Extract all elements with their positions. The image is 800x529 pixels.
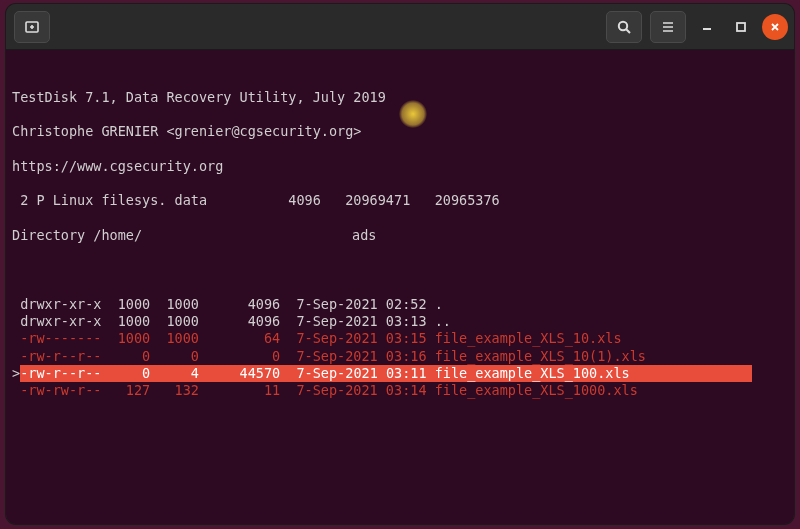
directory-label: Directory /home/	[12, 227, 142, 243]
directory-line: Directory /home/ads	[12, 227, 788, 244]
app-title: TestDisk 7.1, Data Recovery Utility, Jul…	[12, 89, 788, 106]
file-row[interactable]: -rw------- 1000 1000 64 7-Sep-2021 03:15…	[12, 330, 788, 347]
author-line: Christophe GRENIER <grenier@cgsecurity.o…	[12, 123, 788, 140]
titlebar	[6, 4, 794, 50]
file-row[interactable]: drwxr-xr-x 1000 1000 4096 7-Sep-2021 03:…	[12, 313, 788, 330]
file-row[interactable]: >-rw-r--r-- 0 4 44570 7-Sep-2021 03:11 f…	[12, 365, 788, 382]
partition-line: 2 P Linux filesys. data 4096 20969471 20…	[12, 192, 788, 209]
terminal-body[interactable]: TestDisk 7.1, Data Recovery Utility, Jul…	[6, 50, 794, 524]
file-row[interactable]: -rw-r--r-- 0 0 0 7-Sep-2021 03:16 file_e…	[12, 348, 788, 365]
directory-suffix: ads	[352, 227, 376, 243]
file-listing: drwxr-xr-x 1000 1000 4096 7-Sep-2021 02:…	[12, 296, 788, 400]
svg-point-1	[619, 21, 627, 29]
search-button[interactable]	[606, 11, 642, 43]
maximize-button[interactable]	[728, 14, 754, 40]
file-row[interactable]: -rw-rw-r-- 127 132 11 7-Sep-2021 03:14 f…	[12, 382, 788, 399]
new-tab-button[interactable]	[14, 11, 50, 43]
svg-rect-2	[737, 23, 745, 31]
file-row[interactable]: drwxr-xr-x 1000 1000 4096 7-Sep-2021 02:…	[12, 296, 788, 313]
close-button[interactable]	[762, 14, 788, 40]
terminal-window: TestDisk 7.1, Data Recovery Utility, Jul…	[6, 4, 794, 524]
url-line: https://www.cgsecurity.org	[12, 158, 788, 175]
menu-button[interactable]	[650, 11, 686, 43]
minimize-button[interactable]	[694, 14, 720, 40]
